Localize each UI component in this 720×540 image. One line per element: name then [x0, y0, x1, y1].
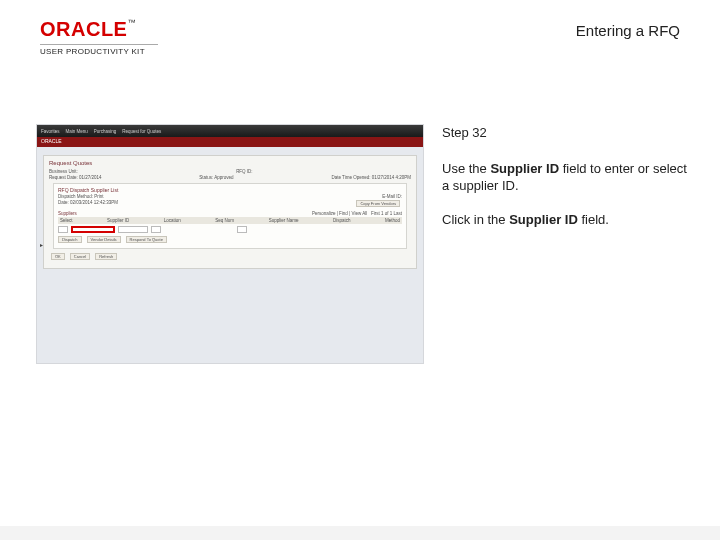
dispatch-checkbox[interactable] [237, 226, 247, 233]
respond-quote-button[interactable]: Respond To Quote [126, 236, 167, 243]
col-select: Select [60, 218, 73, 223]
oracle-logo: ORACLE™ [40, 18, 158, 41]
logo-divider [40, 44, 158, 45]
app-brand-bar: ORACLE [37, 137, 423, 147]
l2-pre: Click in the [442, 212, 509, 227]
location-field[interactable] [118, 226, 148, 233]
email-id: E-Mail ID: [382, 194, 402, 199]
page-title: Entering a RFQ [576, 18, 680, 39]
date-val: Date: 02/03/2014 12:42:33PM [58, 200, 118, 207]
cancel-button[interactable]: Cancel [70, 253, 90, 260]
oracle-logo-text: ORACLE [40, 18, 127, 40]
dispatch-method: Dispatch Method: Print [58, 194, 104, 199]
open-date: Date Time Opened: 01/27/2014 4:20PM [331, 175, 411, 180]
l1-pre: Use the [442, 161, 490, 176]
grid-nav-text: Personalize | Find | View All [312, 211, 367, 216]
sub-title: RFQ Dispatch Supplier List [58, 187, 402, 193]
refresh-button[interactable]: Refresh [95, 253, 117, 260]
vendor-details-button[interactable]: Vendor Details [87, 236, 121, 243]
col-location: Location [164, 218, 181, 223]
step-label: Step 32 [442, 124, 692, 142]
expand-icon: ▸ [40, 241, 43, 248]
col-supplier-id: Supplier ID [107, 218, 129, 223]
col-dispatch: Dispatch [333, 218, 351, 223]
panel-title: Request Quotes [49, 160, 411, 166]
content-row: FavoritesMain MenuPurchasingRequest for … [0, 64, 720, 364]
dispatch-subpanel: RFQ Dispatch Supplier List Dispatch Meth… [53, 183, 407, 249]
seq-field[interactable] [151, 226, 161, 233]
browser-topbar: FavoritesMain MenuPurchasingRequest for … [37, 125, 423, 137]
dispatch-button[interactable]: Dispatch [58, 236, 82, 243]
supplier-id-field[interactable] [71, 226, 115, 233]
footer-bar [0, 526, 720, 540]
col-method: Method [385, 218, 400, 223]
col-name: Supplier Name [269, 218, 299, 223]
table-row [58, 226, 402, 233]
req-date: Request Date: 01/27/2014 [49, 175, 102, 180]
suppliers-label: Suppliers [58, 211, 77, 216]
bu-label: Business Unit: [49, 169, 78, 174]
subbrand-text: USER PRODUCTIVITY KIT [40, 47, 158, 56]
copy-vendors-button[interactable]: Copy From Vendors [356, 200, 400, 207]
ok-button[interactable]: OK [51, 253, 65, 260]
oracle-tm: ™ [127, 18, 135, 27]
l1-bold: Supplier ID [490, 161, 559, 176]
l2-bold: Supplier ID [509, 212, 578, 227]
instruction-line-2: Click in the Supplier ID field. [442, 211, 692, 229]
logo-block: ORACLE™ USER PRODUCTIVITY KIT [40, 18, 158, 56]
col-seq: Seq Num [215, 218, 234, 223]
supplier-section: Suppliers Personalize | Find | View All … [58, 211, 402, 243]
grid-count: First 1 of 1 Last [371, 211, 402, 216]
status-val: Status: Approved [199, 175, 233, 180]
instruction-line-1: Use the Supplier ID field to enter or se… [442, 160, 692, 195]
embedded-screenshot: FavoritesMain MenuPurchasingRequest for … [36, 124, 424, 364]
rfqid-label: RFQ ID: [236, 169, 253, 174]
main-panel: Request Quotes Business Unit:RFQ ID: Req… [43, 155, 417, 269]
select-checkbox[interactable] [58, 226, 68, 233]
l2-post: field. [578, 212, 609, 227]
header: ORACLE™ USER PRODUCTIVITY KIT Entering a… [0, 0, 720, 64]
instruction-panel: Step 32 Use the Supplier ID field to ent… [442, 124, 692, 364]
